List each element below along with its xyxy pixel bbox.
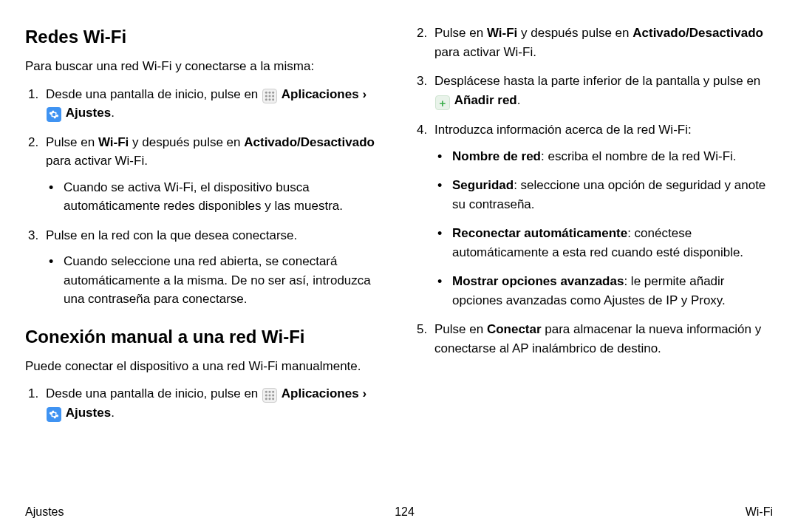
apps-label: Aplicaciones [282, 386, 359, 400]
sub-bullets: Cuando se activa Wi-Fi, el dispositivo b… [46, 178, 384, 216]
two-column-layout: Redes Wi-Fi Para buscar una red Wi-Fi y … [25, 24, 773, 497]
intro-redes: Para buscar una red Wi-Fi y conectarse a… [25, 58, 384, 76]
step-end: . [111, 406, 115, 420]
left-column: Redes Wi-Fi Para buscar una red Wi-Fi y … [25, 24, 384, 497]
step-3: 3. Pulse en la red con la que desea cone… [25, 226, 384, 309]
bullet-item: Cuando se activa Wi-Fi, el dispositivo b… [46, 178, 384, 216]
apps-icon [262, 388, 277, 403]
svg-point-3 [265, 95, 267, 97]
svg-point-2 [272, 91, 274, 93]
steps-redes: 1. Desde una pantalla de inicio, pulse e… [25, 85, 384, 309]
step-end: . [111, 106, 115, 120]
toggle-label: Activado/Desactivado [632, 26, 763, 40]
ajustes-label: Ajustes [66, 406, 111, 420]
heading-conexion-manual: Conexión manual a una red Wi-Fi [25, 327, 384, 347]
svg-point-9 [265, 391, 267, 393]
svg-point-16 [269, 398, 271, 400]
right-column: 2. Pulse en Wi-Fi y después pulse en Act… [414, 24, 773, 497]
svg-point-13 [269, 395, 271, 397]
intro-manual: Puede conectar el dispositivo a una red … [25, 358, 384, 376]
step-text: para activar Wi-Fi. [46, 154, 148, 168]
step-2: 2. Pulse en Wi-Fi y después pulse en Act… [414, 24, 773, 61]
bullet-seguridad: Seguridad: seleccione una opción de segu… [434, 176, 773, 214]
heading-redes-wifi: Redes Wi-Fi [25, 27, 384, 47]
svg-point-15 [265, 398, 267, 400]
svg-point-0 [265, 91, 267, 93]
step-end: . [517, 93, 521, 107]
step-text: Pulse en [434, 26, 487, 40]
steps-manual-right: 2. Pulse en Wi-Fi y después pulse en Act… [414, 24, 773, 358]
step-text: Desplácese hasta la parte inferior de la… [434, 74, 760, 88]
bullet-nombre-red: Nombre de red: escriba el nombre de la r… [434, 147, 773, 166]
step-text: y después pulse en [129, 135, 244, 149]
step-5: 5. Pulse en Conectar para almacenar la n… [414, 320, 773, 358]
svg-point-4 [269, 95, 271, 97]
step-number: 1. [28, 384, 38, 403]
ajustes-label: Ajustes [66, 106, 111, 120]
step-text: para activar Wi-Fi. [434, 45, 536, 59]
nav-separator: › [359, 386, 366, 400]
step-text: y después pulse en [517, 26, 632, 40]
apps-label: Aplicaciones [282, 87, 359, 101]
sub-bullets: Cuando seleccione una red abierta, se co… [46, 252, 384, 309]
step-number: 4. [417, 120, 427, 140]
bullet-item: Cuando seleccione una red abierta, se co… [46, 252, 384, 309]
gear-icon [47, 107, 61, 122]
step-text: Pulse en la red con la que desea conecta… [46, 228, 297, 242]
footer-right: Wi-Fi [746, 505, 773, 519]
step-number: 3. [417, 72, 427, 91]
svg-point-14 [272, 395, 274, 397]
step-4: 4. Introduzca información acerca de la r… [414, 120, 773, 310]
step-text: Pulse en [46, 135, 98, 149]
step-1: 1. Desde una pantalla de inicio, pulse e… [25, 384, 384, 422]
steps-manual-left: 1. Desde una pantalla de inicio, pulse e… [25, 384, 384, 422]
field-bullets: Nombre de red: escriba el nombre de la r… [434, 147, 773, 310]
step-number: 2. [28, 133, 38, 152]
step-text: Desde una pantalla de inicio, pulse en [46, 87, 262, 101]
gear-icon [47, 407, 61, 422]
svg-point-12 [265, 395, 267, 397]
step-text: Desde una pantalla de inicio, pulse en [46, 386, 262, 400]
field-label: Reconectar automáticamente [452, 226, 627, 240]
step-text: Introduzca información acerca de la red … [434, 123, 692, 137]
svg-point-11 [272, 391, 274, 393]
field-label: Mostrar opciones avanzadas [452, 274, 624, 288]
apps-icon [262, 89, 277, 103]
field-label: Seguridad [452, 178, 514, 192]
svg-point-17 [272, 398, 274, 400]
svg-point-5 [272, 95, 274, 97]
wifi-label: Wi-Fi [98, 135, 129, 149]
field-desc: : escriba el nombre de la red Wi-Fi. [541, 149, 737, 163]
footer-page-number: 124 [395, 505, 415, 519]
step-number: 5. [417, 320, 427, 339]
wifi-label: Wi-Fi [487, 26, 517, 40]
toggle-label: Activado/Desactivado [244, 135, 375, 149]
page-footer: Ajustes 124 Wi-Fi [25, 505, 773, 519]
svg-point-7 [269, 98, 271, 100]
step-number: 1. [28, 85, 38, 104]
add-network-label: Añadir red [454, 93, 517, 107]
step-number: 2. [417, 24, 427, 43]
bullet-reconectar: Reconectar automáticamente: conéctese au… [434, 224, 773, 262]
svg-point-8 [272, 98, 274, 100]
svg-point-6 [265, 98, 267, 100]
step-text: Pulse en [434, 322, 487, 336]
step-number: 3. [28, 226, 38, 245]
svg-point-10 [269, 391, 271, 393]
step-1: 1. Desde una pantalla de inicio, pulse e… [25, 85, 384, 123]
nav-separator: › [359, 87, 366, 101]
footer-left: Ajustes [25, 505, 64, 519]
step-2: 2. Pulse en Wi-Fi y después pulse en Act… [25, 133, 384, 216]
svg-point-1 [269, 91, 271, 93]
field-label: Nombre de red [452, 149, 541, 163]
plus-icon: + [435, 95, 450, 110]
step-3: 3. Desplácese hasta la parte inferior de… [414, 72, 773, 110]
bullet-opciones-avanzadas: Mostrar opciones avanzadas: le permite a… [434, 272, 773, 310]
conectar-label: Conectar [487, 322, 542, 336]
